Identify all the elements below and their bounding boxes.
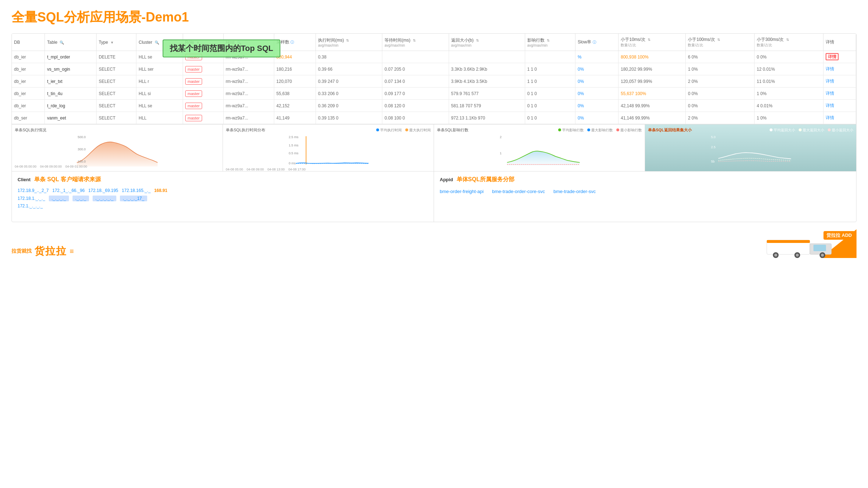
chart1-svg: 500.0 300.0 100.0 [15, 134, 220, 166]
role-badge: master [185, 54, 202, 60]
col-host: Host 🔍 [223, 34, 274, 51]
filter-icon-role[interactable]: ▼ [196, 41, 200, 44]
table-cell: 180,216 [274, 63, 316, 75]
col-affect-rows: 影响行数 ⇅ avg/max/min [525, 34, 575, 51]
table-cell: t_ier_txt [45, 75, 97, 88]
appid-service-3: bme-trade-order-svc [554, 189, 596, 194]
table-cell: 120,070 [274, 75, 316, 88]
svg-text:0.5 ms: 0.5 ms [289, 151, 299, 155]
sort-icon-exec[interactable]: ⇅ [346, 38, 349, 42]
svg-text:1: 1 [500, 151, 501, 155]
table-cell: 0.33 206 0 [316, 88, 382, 100]
table-cell: master [183, 51, 223, 63]
search-icon-host[interactable]: 🔍 [237, 41, 241, 44]
table-cell: 详情 [823, 88, 856, 100]
table-cell: SELECT [96, 100, 136, 112]
table-cell: 0.38 [316, 51, 382, 63]
sort-icon-lt10[interactable]: ⇅ [648, 38, 650, 42]
detail-link[interactable]: 详情 [826, 103, 834, 108]
appid-label: Appid [440, 177, 453, 182]
col-table: Table 🔍 [45, 34, 97, 51]
detail-link[interactable]: 详情 [826, 79, 834, 84]
chart-return-size: 单条SQL返回结果集大小 平均返回大小 最大返回大小 最小返回大小 5.0 2.… [645, 125, 856, 171]
detail-link[interactable]: 详情 [826, 66, 834, 71]
svg-text:2: 2 [500, 135, 501, 139]
table-cell: 0% [575, 112, 619, 124]
table-cell: t_rde_log [45, 100, 97, 112]
table-cell: 0.39 135 0 [316, 112, 382, 124]
table-row: db_iervs_sm_oginSELECTHLL sermasterrm-wz… [12, 63, 856, 75]
page-title: 全量SQL分析应用场景-Demo1 [11, 9, 857, 26]
chart-exec-dist: 单条SQL执行时间分布 平均执行时间 最大执行时间 2.5 ms 1.5 ms … [223, 125, 434, 171]
detail-link[interactable]: 详情 [826, 91, 834, 96]
table-cell: 2 0% [686, 112, 755, 124]
logo-lines: ≡ [70, 247, 74, 255]
sort-icon-return[interactable]: ⇅ [476, 38, 479, 42]
role-badge: master [185, 90, 202, 97]
table-cell: 详情 [823, 51, 856, 63]
truck-logo-area: 货拉拉 ADD [763, 229, 857, 258]
role-badge: master [185, 103, 202, 109]
role-badge: master [185, 115, 202, 121]
table-row: db_iert_tin_4uSELECTHLL simasterrm-wz9a7… [12, 88, 856, 100]
table-cell [525, 51, 575, 63]
table-cell: rm-wz9a7... [223, 112, 274, 124]
sort-icon-lt300[interactable]: ⇅ [786, 38, 789, 42]
table-cell: t_mpl_order [45, 51, 97, 63]
col-detail: 详情 [823, 34, 856, 51]
client-label: Client [18, 177, 31, 182]
table-cell: 0.39 66 [316, 63, 382, 75]
table-cell: 2 0% [686, 75, 755, 88]
col-return-size: 返回大小(b) ⇅ avg/max/min [449, 34, 525, 51]
table-cell: 180,202 99.99% [619, 63, 686, 75]
table-cell: 1 1 0 [525, 75, 575, 88]
table-cell: 0% [575, 75, 619, 88]
sort-icon-wait[interactable]: ⇅ [413, 38, 416, 42]
detail-link[interactable]: 详情 [826, 115, 834, 120]
table-cell: SELECT [96, 63, 136, 75]
appid-service-2: bme-trade-order-core-svc [492, 189, 545, 194]
chart3-svg: 2 1 [437, 134, 642, 166]
bottom-section: Client 单条 SQL 客户端请求来源 172.18.9_.._2_7 17… [12, 172, 856, 222]
table-cell: 详情 [823, 75, 856, 88]
svg-text:0 ms: 0 ms [289, 161, 296, 165]
table-cell: 0 1 0 [525, 88, 575, 100]
sort-icon-lt100[interactable]: ⇅ [717, 38, 720, 42]
table-cell: SELECT [96, 112, 136, 124]
table-cell: 0.07 134 0 [382, 75, 449, 88]
table-cell [382, 51, 449, 63]
table-row: db_iert_rde_logSELECTHLL semasterrm-wz9a… [12, 100, 856, 112]
sql-table: DB Table 🔍 Type ▼ Cluster 🔍 Role [12, 34, 856, 124]
table-cell: 1 0% [755, 112, 823, 124]
client-header: Client 单条 SQL 客户端请求来源 [18, 176, 428, 183]
table-cell: db_ier [12, 75, 45, 88]
col-cluster: Cluster 🔍 [136, 34, 183, 51]
appid-section: Appid 单体SQL所属服务分部 bme-order-freight-api … [434, 172, 856, 222]
table-cell: db_ier [12, 88, 45, 100]
table-cell: 4 0.01% [755, 100, 823, 112]
footer: 拉货就找 货拉拉 ≡ 货拉拉 ADD [11, 222, 857, 258]
col-wait-time: 等待时间(ms) ⇅ avg/max/min [382, 34, 449, 51]
table-cell: 11 0.01% [755, 75, 823, 88]
filter-icon[interactable]: ▼ [110, 41, 114, 44]
table-cell: 1 0% [686, 63, 755, 75]
client-ip-row2: 172.18.1._._._ ._._._._ ._._._ ._._._._.… [18, 195, 428, 203]
table-cell: 1 0% [755, 88, 823, 100]
client-title: 单条 SQL 客户端请求来源 [34, 176, 101, 183]
table-cell: master [183, 75, 223, 88]
svg-point-21 [821, 254, 824, 257]
col-slow-rate: Slow率 ⓘ [575, 34, 619, 51]
table-cell: 0 0% [686, 88, 755, 100]
table-cell: 581.18 707 579 [449, 100, 525, 112]
table-cell: 42,152 [274, 100, 316, 112]
table-row: db_servanm_eetSELECTHLLmasterrm-wz9a7...… [12, 112, 856, 124]
col-samples: 采样数 ⓘ [274, 34, 316, 51]
detail-link-highlighted[interactable]: 详情 [826, 53, 839, 60]
chart2-xaxis: 04-08 05:00 04-08 09:00 04-08 13:00 04-0… [226, 168, 431, 171]
search-icon-cluster[interactable]: 🔍 [155, 41, 159, 44]
table-cell: 0 0% [755, 51, 823, 63]
main-container: 找某个时间范围内的Top SQL DB Table 🔍 Type ▼ Clust… [11, 33, 857, 222]
svg-point-17 [774, 254, 777, 257]
sort-icon-affect[interactable]: ⇅ [547, 38, 550, 42]
search-icon[interactable]: 🔍 [60, 41, 64, 44]
